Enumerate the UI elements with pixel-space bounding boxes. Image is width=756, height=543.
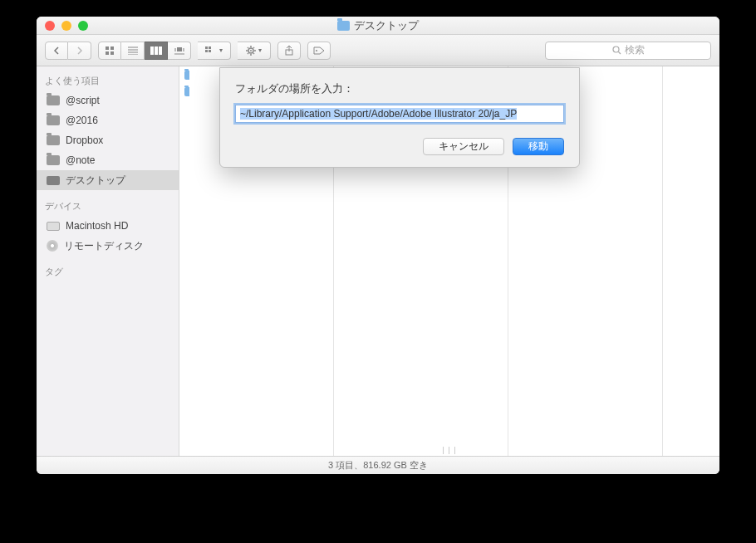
svg-line-32 [618,52,621,55]
folder-icon [47,115,60,125]
svg-rect-11 [177,47,182,51]
svg-rect-12 [174,48,176,51]
share-icon [285,46,293,56]
svg-line-27 [253,47,254,48]
status-bar: 3 項目、816.92 GB 空き [37,456,719,474]
sidebar-item-label: @2016 [66,115,98,126]
action-button-group: ▾ [238,42,271,60]
go-button[interactable]: 移動 [513,138,564,155]
share-button[interactable] [277,42,301,60]
sidebar-item-script[interactable]: @script [37,90,179,110]
folder-path-input[interactable] [235,105,564,123]
sidebar-item-label: デスクトップ [66,174,125,188]
view-icon-button[interactable] [98,42,121,60]
svg-point-20 [250,50,252,51]
sidebar-favorites-header: よく使う項目 [37,71,179,90]
svg-rect-9 [155,46,158,55]
svg-line-25 [248,47,248,48]
action-button[interactable]: ▾ [238,42,271,60]
svg-point-31 [613,46,619,52]
sidebar-item-desktop[interactable]: デスクトップ [37,170,179,190]
svg-rect-13 [183,48,184,51]
close-window-button[interactable] [45,21,55,31]
arrange-button-group: ▾ [198,42,231,60]
sidebar-tags-header: タグ [37,262,179,281]
svg-rect-8 [150,46,154,55]
svg-rect-2 [106,51,109,55]
folder-icon [47,155,60,165]
svg-rect-15 [205,46,208,49]
forward-button[interactable] [68,42,91,60]
sidebar-item-label: @note [66,154,96,166]
cd-icon [47,240,58,252]
titlebar: デスクトップ [37,17,719,35]
folder-icon [337,21,350,31]
sidebar-item-note[interactable]: @note [37,150,179,170]
toolbar: ▾ ▾ 検索 [37,35,719,66]
disk-icon [47,222,60,231]
folder-icon [184,87,189,96]
svg-rect-17 [205,50,208,52]
desktop-icon [47,176,60,185]
gear-icon [246,46,256,56]
sidebar: よく使う項目 @script @2016 Dropbox @note デスクトッ… [37,66,179,456]
folder-icon [184,71,189,80]
svg-point-30 [316,50,317,51]
search-icon [612,46,621,55]
dialog-label: フォルダの場所を入力： [235,81,564,96]
svg-rect-1 [110,46,114,50]
svg-rect-3 [110,51,114,55]
traffic-lights [45,21,88,31]
tags-button[interactable] [307,42,331,60]
zoom-window-button[interactable] [78,21,88,31]
view-mode-buttons [98,42,191,60]
sidebar-devices-header: デバイス [37,197,179,216]
folder-icon [47,135,60,145]
search-placeholder: 検索 [625,43,645,57]
sidebar-item-label: @script [66,95,100,106]
sidebar-item-macintosh-hd[interactable]: Macintosh HD [37,216,179,236]
minimize-window-button[interactable] [61,21,71,31]
nav-buttons [45,42,91,60]
svg-line-28 [248,53,248,54]
sidebar-item-dropbox[interactable]: Dropbox [37,130,179,150]
svg-rect-0 [106,46,109,50]
sidebar-item-label: リモートディスク [64,239,144,253]
folder-icon [47,95,60,105]
list-item[interactable] [179,83,189,100]
resize-handle-icon[interactable]: | | | [442,446,456,454]
sidebar-item-remote-disc[interactable]: リモートディスク [37,236,179,256]
svg-rect-10 [159,46,162,55]
arrange-button[interactable]: ▾ [198,42,231,60]
search-field[interactable]: 検索 [545,42,711,60]
column-edge [179,66,189,456]
finder-window: デスクトップ [37,17,719,474]
svg-rect-16 [209,46,211,49]
cancel-button[interactable]: キャンセル [423,138,504,155]
back-button[interactable] [45,42,68,60]
view-coverflow-button[interactable] [168,42,191,60]
sidebar-item-label: Dropbox [66,135,103,146]
window-title-text: デスクトップ [354,18,419,33]
tag-icon [313,46,325,55]
view-column-button[interactable] [145,42,168,60]
sidebar-item-label: Macintosh HD [66,220,128,232]
view-list-button[interactable] [121,42,145,60]
status-text: 3 項目、816.92 GB 空き [328,459,428,472]
window-title: デスクトップ [337,18,419,33]
svg-rect-18 [209,50,211,52]
dialog-buttons: キャンセル 移動 [235,138,564,155]
sidebar-item-2016[interactable]: @2016 [37,110,179,130]
list-item[interactable] [179,66,189,83]
svg-line-26 [253,53,254,54]
goto-folder-dialog: フォルダの場所を入力： キャンセル 移動 [219,67,580,168]
